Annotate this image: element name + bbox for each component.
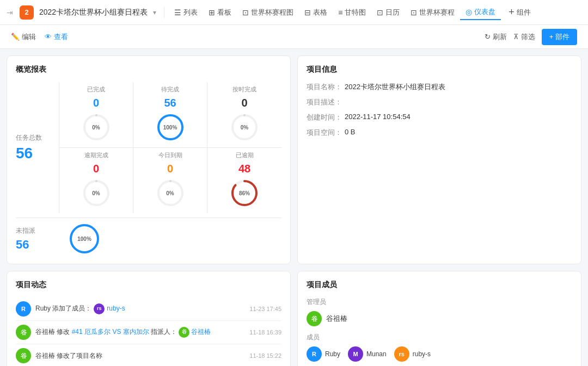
main-content: 概览报表 任务总数 56 已完成 0 0% [0, 49, 588, 366]
info-create-row: 创建时间： 2022-11-17 10:54:54 [307, 113, 572, 122]
filter-icon: ⊼ [513, 33, 519, 41]
refresh-btn[interactable]: ↻ 刷新 [485, 32, 507, 42]
worldcup-chart-icon: ⊡ [242, 8, 249, 17]
nav-item-dashboard[interactable]: ◎ 仪表盘 [460, 5, 501, 20]
plus-icon: + [509, 7, 514, 18]
nav-logo: 2 [20, 5, 34, 20]
filter-btn[interactable]: ⊼ 筛选 [513, 32, 535, 42]
stat-completed: 已完成 0 0% [59, 82, 133, 148]
table-icon: ⊟ [304, 8, 311, 17]
late-label: 逾期完成 [84, 151, 108, 159]
members-title: 项目成员 [307, 280, 572, 290]
admin-avatar: 谷 [307, 311, 322, 326]
late-pct: 0% [92, 190, 100, 196]
overdue-pct: 86% [239, 190, 250, 196]
sub-toolbar: ✏️ 编辑 👁 查看 ↻ 刷新 ⊼ 筛选 + 部件 [0, 25, 588, 49]
unassigned-section: 未指派 56 [16, 226, 59, 252]
nav-item-gantt[interactable]: ≡ 甘特图 [333, 5, 371, 20]
activity-card: 项目动态 RRuby 添加了成员：rsruby-s11-23 17:45谷谷祖椿… [7, 271, 291, 366]
nav-label-worldcup: 世界杯赛程 [419, 8, 455, 17]
activity-time: 11-18 15:22 [249, 352, 281, 359]
late-num: 0 [93, 163, 99, 175]
overview-row1: 任务总数 56 已完成 0 0% 待完成 [16, 82, 281, 213]
stat-overdue: 已逾期 48 86% [207, 148, 281, 213]
edit-label: 编辑 [22, 32, 36, 42]
members-section-label: 成员 [307, 333, 572, 342]
activity-text: 谷祖椿 修改 #41 厄瓜多尔 VS 塞内加尔 指派人：谷谷祖椿 [35, 327, 241, 338]
unassigned-label: 未指派 [16, 226, 59, 235]
info-create-label: 创建时间： [307, 113, 345, 122]
unassigned-pct: 100% [77, 236, 91, 242]
nav-item-worldcup[interactable]: ⊡ 世界杯赛程 [405, 5, 460, 20]
collapse-icon[interactable]: ⇥ [7, 8, 13, 17]
ontime-pct: 0% [241, 125, 248, 131]
info-name-value: 2022卡塔尔世界杯小组赛日程表 [345, 82, 445, 92]
ontime-label: 按时完成 [232, 85, 256, 94]
stat-ontime: 按时完成 0 0% [207, 82, 281, 148]
viewer-label: 查看 [54, 32, 68, 42]
admin-row: 谷 谷祖椿 [307, 311, 572, 326]
nav-tabs: ☰ 列表 ⊞ 看板 ⊡ 世界杯赛程图 ⊟ 表格 ≡ 甘特图 ⊡ 日历 ⊡ 世界杯… [169, 4, 581, 20]
today-circle: 0% [156, 178, 185, 208]
stats-grid: 已完成 0 0% 待完成 56 100% [59, 82, 281, 213]
info-name-row: 项目名称： 2022卡塔尔世界杯小组赛日程表 [307, 82, 572, 92]
nav-label-components: 组件 [517, 8, 531, 17]
refresh-label: 刷新 [493, 32, 507, 42]
worldcup-icon: ⊡ [411, 8, 417, 17]
activity-item: 谷谷祖椿 修改 #41 厄瓜多尔 VS 塞内加尔 指派人：谷谷祖椿11-18 1… [16, 321, 281, 344]
activity-list: RRuby 添加了成员：rsruby-s11-23 17:45谷谷祖椿 修改 #… [16, 297, 281, 366]
stat-today: 今日到期 0 0% [133, 148, 207, 213]
members-card: 项目成员 管理员 谷 谷祖椿 成员 RRubyMMunanrsruby-s [297, 271, 581, 366]
completed-pct: 0% [92, 125, 100, 131]
nav-item-calendar[interactable]: ⊡ 日历 [371, 5, 405, 20]
unassigned-circle: 100% [68, 222, 101, 255]
members-list: RRubyMMunanrsruby-s [307, 346, 572, 362]
stat-late: 逾期完成 0 0% [59, 148, 133, 213]
nav-item-list[interactable]: ☰ 列表 [169, 5, 203, 20]
overview-title: 概览报表 [16, 65, 281, 75]
total-num: 56 [16, 145, 50, 162]
nav-item-table[interactable]: ⊟ 表格 [299, 5, 333, 20]
title-dropdown-icon[interactable]: ▾ [153, 9, 156, 16]
nav-label-dashboard: 仪表盘 [474, 7, 495, 17]
today-label: 今日到期 [158, 151, 182, 159]
activity-time: 11-18 16:39 [249, 329, 281, 336]
member-avatar: rs [394, 346, 409, 362]
member-item: MMunan [348, 346, 387, 362]
overdue-circle: 86% [230, 178, 259, 208]
overview-card: 概览报表 任务总数 56 已完成 0 0% [7, 55, 291, 264]
extra-avatar: 谷 [179, 327, 189, 338]
activity-avatar: R [16, 301, 31, 317]
activity-text: Ruby 添加了成员：rsruby-s [35, 303, 241, 314]
sub-toolbar-left: ✏️ 编辑 👁 查看 [11, 32, 68, 42]
admin-section-label: 管理员 [307, 297, 572, 307]
pending-num: 56 [164, 97, 176, 109]
add-part-btn[interactable]: + 部件 [542, 29, 577, 45]
nav-label-worldcup-chart: 世界杯赛程图 [251, 8, 293, 17]
nav-item-kanban[interactable]: ⊞ 看板 [203, 5, 237, 20]
completed-label: 已完成 [87, 85, 105, 94]
total-label: 任务总数 [16, 133, 50, 142]
member-avatar: R [307, 346, 322, 362]
info-desc-label: 项目描述： [307, 97, 345, 107]
overdue-label: 已逾期 [236, 151, 254, 159]
nav-divider [164, 7, 164, 18]
activity-time: 11-23 17:45 [249, 306, 281, 312]
member-name: ruby-s [413, 350, 431, 358]
member-item: RRuby [307, 346, 340, 362]
pending-pct: 100% [163, 125, 177, 131]
ontime-circle: 0% [230, 113, 259, 142]
filter-label: 筛选 [521, 32, 535, 42]
info-title: 项目信息 [307, 65, 572, 75]
nav-item-worldcup-chart[interactable]: ⊡ 世界杯赛程图 [237, 5, 299, 20]
project-info-card: 项目信息 项目名称： 2022卡塔尔世界杯小组赛日程表 项目描述： 创建时间： … [297, 55, 581, 264]
overview-row2: 未指派 56 100% [16, 218, 281, 255]
today-num: 0 [167, 163, 173, 175]
today-pct: 0% [166, 190, 174, 196]
edit-btn[interactable]: ✏️ 编辑 [11, 32, 36, 42]
activity-item: RRuby 添加了成员：rsruby-s11-23 17:45 [16, 297, 281, 321]
gantt-icon: ≡ [338, 8, 342, 17]
eye-icon: 👁 [45, 33, 52, 41]
viewer-btn[interactable]: 👁 查看 [45, 32, 68, 42]
nav-item-components[interactable]: + 组件 [501, 4, 536, 20]
